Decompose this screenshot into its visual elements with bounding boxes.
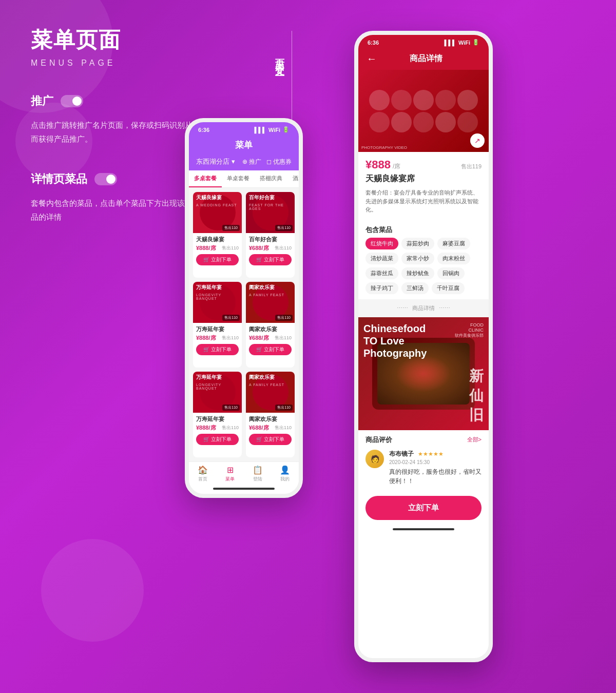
left-phone-frame: 6:36 ▌▌▌ WiFi 🔋 菜单 东西湖分店 ▾ ⊕ 推广 ◻ xyxy=(185,118,303,498)
left-phone: 6:36 ▌▌▌ WiFi 🔋 菜单 东西湖分店 ▾ ⊕ 推广 ◻ xyxy=(185,118,303,498)
menu-card-3: 阖家欢乐宴 A FAMILY FEAST 售出110 阖家欢乐宴 ¥688/席 … xyxy=(246,282,295,368)
order-btn-5[interactable]: 🛒 立刻下单 xyxy=(249,434,292,445)
right-phone-header: ← 商品详情 xyxy=(358,48,489,70)
product-hero: PHOTOGRAPHY VIDEO ↗ xyxy=(358,70,489,152)
right-phone: 6:36 ▌▌▌ WiFi 🔋 ← 商品详情 xyxy=(354,31,493,662)
order-btn-4[interactable]: 🛒 立刻下单 xyxy=(196,434,239,445)
dish-tag-6[interactable]: 蒜蓉丝瓜 xyxy=(365,267,398,279)
bottom-nav: 🏠 首页 ⊞ 菜单 📋 登陆 👤 我的 xyxy=(189,461,299,485)
promo-desc: 点击推广跳转推广名片页面，保存或扫码识别从而获得产品推广。 xyxy=(31,118,195,146)
menu-card-img-1: 百年好合宴 FEAST FOR THE AGES 售出110 xyxy=(246,192,295,233)
menu-card-img-2: 万寿延年宴 LONGEVITY BANQUET 售出110 xyxy=(193,282,242,323)
promo-main-text: ChinesefoodTO LovePhotography xyxy=(363,322,427,359)
menu-card-img-4: 万寿延年宴 LONGEVITY BANQUET 售出110 xyxy=(193,372,242,413)
right-header-title: 商品详情 xyxy=(382,53,480,64)
sold-count: 售出119 xyxy=(461,163,482,170)
dishes-grid: 红烧牛肉 蒜茹炒肉 麻婆豆腐 清炒蔬菜 家常小炒 肉末粉丝 蒜蓉丝瓜 辣炒鱿鱼 … xyxy=(358,238,489,299)
promo-zh-text: 新仙旧 xyxy=(469,367,484,425)
left-panel: 菜单页面 MENUS PAGE 推广 点击推广跳转推广名片页面，保存或扫码识别从… xyxy=(31,26,195,249)
dish-tag-1[interactable]: 蒜茹炒肉 xyxy=(401,238,434,249)
share-button[interactable]: ↗ xyxy=(470,133,485,148)
dish-tag-5[interactable]: 肉末粉丝 xyxy=(437,253,470,264)
nav-home[interactable]: 🏠 首页 xyxy=(189,465,217,483)
order-btn-1[interactable]: 🛒 立刻下单 xyxy=(249,254,292,265)
menu-card-img-5: 阖家欢乐宴 A FAMILY FEAST 售出110 xyxy=(246,372,295,413)
tab-tent[interactable]: 搭棚庆典 xyxy=(255,170,287,187)
order-btn-2[interactable]: 🛒 立刻下单 xyxy=(196,344,239,355)
dish-tag-4[interactable]: 家常小炒 xyxy=(401,253,434,264)
coupon-action[interactable]: ◻ 优惠券 xyxy=(266,158,292,166)
reviewer-stars: ★★★★★ xyxy=(418,451,444,457)
promo-banner: ChinesefoodTO LovePhotography FOODCLINIC… xyxy=(358,317,489,430)
header-actions: ⊕ 推广 ◻ 优惠券 xyxy=(242,158,292,166)
detail-divider: ⋯⋯ 商品详情 ⋯⋯ xyxy=(358,299,489,317)
left-status-time: 6:36 xyxy=(198,127,209,133)
dish-tag-9[interactable]: 辣子鸡丁 xyxy=(365,282,398,294)
right-home-indicator xyxy=(393,528,454,530)
review-item-0: 🧑 布布镜子 ★★★★★ 2020-02-24 15:30 真的很好吃，服务也很… xyxy=(365,450,482,486)
right-status-icons: ▌▌▌ WiFi 🔋 xyxy=(444,39,479,46)
price-unit: /席 xyxy=(393,162,400,171)
dish-tag-7[interactable]: 辣炒鱿鱼 xyxy=(401,267,434,279)
menu-card-0: 天赐良缘宴 A WEDDING FEAST 售出110 天赐良缘宴 ¥888/席… xyxy=(193,192,242,278)
right-status-time: 6:36 xyxy=(368,40,379,46)
detail-desc: 套餐内包含的菜品，点击单个菜品下方出现该菜品的详情 xyxy=(31,196,195,224)
product-desc: 套餐介绍：宴会厅具备专业的音响扩声系统、先进的多媒体显示系统灯光照明系统以及智能… xyxy=(365,188,482,214)
detail-feature-header: 详情页菜品 xyxy=(31,171,195,187)
dish-tag-11[interactable]: 千叶豆腐 xyxy=(432,282,465,294)
dish-tag-2[interactable]: 麻婆豆腐 xyxy=(437,238,470,249)
reviews-title: 商品评价 xyxy=(365,435,392,445)
promo-action[interactable]: ⊕ 推广 xyxy=(242,158,261,166)
deco-circle-2 xyxy=(41,539,144,642)
product-price: ¥888 xyxy=(365,158,391,171)
reviewer-avatar: 🧑 xyxy=(365,450,384,468)
menu-card-5: 阖家欢乐宴 A FAMILY FEAST 售出110 阖家欢乐宴 ¥688/席 … xyxy=(246,372,295,457)
tab-single-table[interactable]: 单桌套餐 xyxy=(222,170,255,187)
review-text: 真的很好吃，服务也很好，省时又便利！！ xyxy=(389,467,482,486)
left-status-bar: 6:36 ▌▌▌ WiFi 🔋 xyxy=(189,122,299,135)
left-phone-header: 菜单 xyxy=(189,135,299,155)
nav-login[interactable]: 📋 登陆 xyxy=(244,465,272,483)
promo-label: 推广 xyxy=(31,93,53,109)
dishes-section-title: 包含菜品 xyxy=(358,220,489,238)
page-title-en: MENUS PAGE xyxy=(31,59,195,68)
detail-label: 商品详情 xyxy=(412,304,435,312)
bottom-order-button[interactable]: 立刻下单 xyxy=(365,496,482,520)
branch-selector[interactable]: 东西湖分店 ▾ xyxy=(196,157,235,166)
nav-mine[interactable]: 👤 我的 xyxy=(272,465,299,483)
reviews-section: 商品评价 全部> 🧑 布布镜子 ★★★★★ 2020-02-24 15:30 真… xyxy=(358,430,489,491)
right-status-bar: 6:36 ▌▌▌ WiFi 🔋 xyxy=(358,35,489,48)
right-phone-frame: 6:36 ▌▌▌ WiFi 🔋 ← 商品详情 xyxy=(354,31,493,662)
branch-name: 东西湖分店 ▾ xyxy=(196,157,235,166)
nav-menu[interactable]: ⊞ 菜单 xyxy=(217,465,244,483)
product-info: ¥888 /席 售出119 天赐良缘宴席 套餐介绍：宴会厅具备专业的音响扩声系统… xyxy=(358,152,489,220)
tab-multi-table[interactable]: 多桌套餐 xyxy=(189,170,222,187)
center-label: 页面交互 xyxy=(272,51,287,64)
left-header-title: 菜单 xyxy=(235,140,253,150)
detail-toggle[interactable] xyxy=(94,173,117,185)
detail-feature: 详情页菜品 套餐内包含的菜品，点击单个菜品下方出现该菜品的详情 xyxy=(31,171,195,224)
category-tabs: 多桌套餐 单桌套餐 搭棚庆典 酒水饮料 伴手礼 xyxy=(189,170,299,188)
dish-tag-3[interactable]: 清炒蔬菜 xyxy=(365,253,398,264)
promo-toggle[interactable] xyxy=(61,95,83,107)
dish-tag-8[interactable]: 回锅肉 xyxy=(437,267,465,279)
page-title-zh: 菜单页面 xyxy=(31,26,195,54)
back-button[interactable]: ← xyxy=(367,53,377,65)
menu-card-4: 万寿延年宴 LONGEVITY BANQUET 售出110 万寿延年宴 ¥888… xyxy=(193,372,242,457)
dish-tag-0[interactable]: 红烧牛肉 xyxy=(365,238,398,249)
view-all-reviews[interactable]: 全部> xyxy=(467,436,482,444)
menu-grid: 天赐良缘宴 A WEDDING FEAST 售出110 天赐良缘宴 ¥888/席… xyxy=(189,188,299,461)
order-btn-0[interactable]: 🛒 立刻下单 xyxy=(196,254,239,265)
left-subheader: 东西湖分店 ▾ ⊕ 推广 ◻ 优惠券 xyxy=(189,155,299,170)
menu-card-img-3: 阖家欢乐宴 A FAMILY FEAST 售出110 xyxy=(246,282,295,323)
review-date: 2020-02-24 15:30 xyxy=(389,459,482,465)
tab-drinks[interactable]: 酒水饮料 xyxy=(287,170,299,187)
menu-card-2: 万寿延年宴 LONGEVITY BANQUET 售出110 万寿延年宴 ¥888… xyxy=(193,282,242,368)
promo-feature: 推广 点击推广跳转推广名片页面，保存或扫码识别从而获得产品推广。 xyxy=(31,93,195,146)
reviewer-name: 布布镜子 xyxy=(389,450,414,458)
dish-tag-10[interactable]: 三鲜汤 xyxy=(401,282,429,294)
order-btn-3[interactable]: 🛒 立刻下单 xyxy=(249,344,292,355)
promo-feature-header: 推广 xyxy=(31,93,195,109)
menu-card-img-0: 天赐良缘宴 A WEDDING FEAST 售出110 xyxy=(193,192,242,233)
left-status-icons: ▌▌▌ WiFi 🔋 xyxy=(254,126,290,133)
